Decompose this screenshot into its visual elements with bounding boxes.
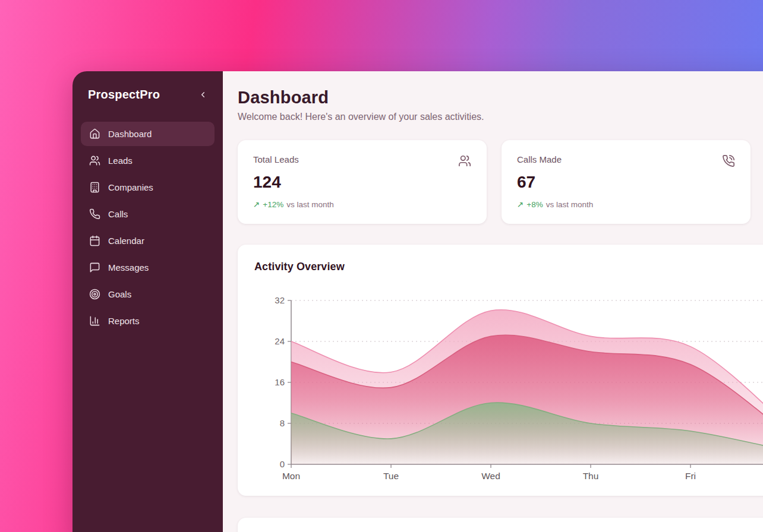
sidebar-item-companies[interactable]: Companies	[81, 175, 215, 200]
chevron-left-icon	[198, 90, 207, 99]
sidebar-item-label: Leads	[108, 156, 133, 166]
sidebar-item-reports[interactable]: Reports	[81, 309, 215, 333]
svg-text:32: 32	[275, 295, 285, 305]
svg-text:24: 24	[275, 336, 285, 346]
stat-label: Calls Made	[517, 154, 562, 164]
phone-icon	[89, 208, 100, 220]
svg-text:Mon: Mon	[282, 471, 300, 481]
page-title: Dashboard	[238, 88, 763, 107]
brand-logo: ProspectPro	[88, 88, 160, 102]
main-content: Dashboard Welcome back! Here's an overvi…	[223, 71, 763, 532]
sidebar-item-messages[interactable]: Messages	[81, 255, 215, 280]
users-icon	[458, 154, 471, 167]
stats-row: Total Leads 124 ↗ +12% vs last month Cal…	[238, 140, 763, 224]
partial-bottom-card	[238, 518, 763, 532]
home-icon	[89, 128, 100, 140]
sidebar-item-calendar[interactable]: Calendar	[81, 229, 215, 253]
svg-text:Wed: Wed	[481, 471, 500, 481]
svg-text:Tue: Tue	[383, 471, 399, 481]
phone-call-icon	[722, 154, 735, 167]
sidebar: ProspectPro Dashboard Leads	[72, 71, 223, 532]
users-icon	[89, 155, 100, 166]
sidebar-item-calls[interactable]: Calls	[81, 202, 215, 226]
stat-card-calls-made: Calls Made 67 ↗ +8% vs last month	[502, 140, 751, 224]
activity-overview-card: Activity Overview 08162432MonTueWedThuFr…	[238, 245, 763, 496]
stat-label: Total Leads	[253, 154, 299, 164]
svg-text:8: 8	[280, 418, 285, 428]
chart-title: Activity Overview	[254, 261, 763, 273]
sidebar-item-dashboard[interactable]: Dashboard	[81, 122, 215, 146]
building-icon	[89, 182, 100, 193]
trend-up-icon: ↗	[517, 200, 524, 209]
svg-text:Fri: Fri	[685, 471, 696, 481]
sidebar-item-label: Calls	[108, 209, 128, 219]
stat-value: 67	[517, 173, 735, 192]
app-window: ProspectPro Dashboard Leads	[72, 71, 763, 532]
sidebar-item-goals[interactable]: Goals	[81, 282, 215, 306]
svg-text:0: 0	[280, 459, 285, 469]
sidebar-item-leads[interactable]: Leads	[81, 148, 215, 173]
message-icon	[89, 262, 100, 273]
bar-chart-icon	[89, 315, 100, 327]
sidebar-item-label: Dashboard	[108, 129, 152, 139]
sidebar-item-label: Reports	[108, 316, 140, 326]
calendar-icon	[89, 235, 100, 246]
brand-row: ProspectPro	[81, 86, 215, 102]
trend-up-icon: ↗	[253, 200, 260, 209]
sidebar-item-label: Companies	[108, 182, 153, 192]
trend-percent: +8%	[526, 200, 543, 209]
stat-card-total-leads: Total Leads 124 ↗ +12% vs last month	[238, 140, 487, 224]
page-subtitle: Welcome back! Here's an overview of your…	[238, 112, 763, 122]
activity-chart: 08162432MonTueWedThuFriSat	[254, 286, 763, 483]
target-icon	[89, 289, 100, 300]
sidebar-item-label: Calendar	[108, 236, 144, 246]
sidebar-item-label: Messages	[108, 262, 149, 273]
trend-percent: +12%	[263, 200, 283, 209]
trend-note: vs last month	[286, 200, 334, 209]
stat-value: 124	[253, 173, 471, 192]
sidebar-item-label: Goals	[108, 289, 131, 299]
svg-text:16: 16	[275, 377, 285, 387]
stat-trend: ↗ +8% vs last month	[517, 200, 735, 209]
trend-note: vs last month	[546, 200, 594, 209]
sidebar-nav: Dashboard Leads Companies Calls	[81, 122, 215, 333]
sidebar-collapse-button[interactable]	[197, 89, 209, 100]
chart-wrap: 08162432MonTueWedThuFriSat	[254, 286, 763, 486]
stat-trend: ↗ +12% vs last month	[253, 200, 471, 209]
svg-text:Thu: Thu	[583, 471, 599, 481]
